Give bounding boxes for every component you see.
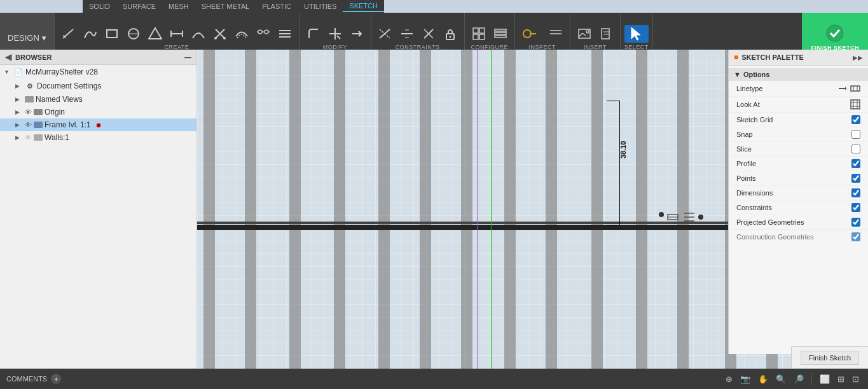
palette-options-header[interactable]: ▼ Options <box>729 68 868 81</box>
points-checkbox[interactable] <box>851 174 860 183</box>
palette-row-snap[interactable]: Snap <box>729 127 868 142</box>
green-axis-line <box>491 50 492 374</box>
svg-rect-31 <box>495 29 506 31</box>
linetype-icon-2 <box>850 83 860 94</box>
tab-mesh[interactable]: MESH <box>162 1 195 11</box>
tab-sheet-metal[interactable]: SHEET METAL <box>195 1 256 11</box>
view-fit-button[interactable]: 🔎 <box>791 373 806 385</box>
tab-sketch[interactable]: SKETCH <box>343 1 384 12</box>
browser-collapse-button[interactable]: — <box>184 53 191 61</box>
snap-checkbox[interactable] <box>851 130 860 139</box>
curvature-tool[interactable] <box>546 25 566 43</box>
browser-item-named-views[interactable]: ▶ Named Views <box>0 93 196 106</box>
projected-geometries-checkbox[interactable] <box>851 218 860 227</box>
polygon-tool[interactable] <box>145 25 165 43</box>
palette-collapse-button[interactable]: ▶▶ <box>853 54 863 61</box>
divider-1 <box>811 372 812 385</box>
svg-point-46 <box>827 25 843 41</box>
palette-row-projected-geometries[interactable]: Projected Geometries <box>729 215 868 230</box>
palette-row-points[interactable]: Points <box>729 171 868 186</box>
trim-modify-tool[interactable] <box>325 25 345 43</box>
fillet-tool[interactable] <box>303 25 324 43</box>
palette-row-linetype[interactable]: Linetype <box>729 81 868 97</box>
profile-checkbox[interactable] <box>851 159 860 168</box>
svg-rect-28 <box>479 28 485 33</box>
browser-walls-label: Walls:1 <box>45 133 69 142</box>
trim-tool[interactable] <box>210 25 230 43</box>
svg-point-26 <box>449 36 451 38</box>
svg-line-17 <box>337 36 340 39</box>
tab-surface[interactable]: SURFACE <box>116 1 162 11</box>
browser-item-walls[interactable]: ▶ 👁 Walls:1 <box>0 131 196 144</box>
palette-row-look-at[interactable]: Look At <box>729 97 868 113</box>
dimensions-checkbox[interactable] <box>851 188 860 197</box>
spline-tool[interactable] <box>80 25 100 43</box>
constraints-checkbox[interactable] <box>851 203 860 212</box>
slice-checkbox[interactable] <box>851 145 860 153</box>
insert-image-tool[interactable] <box>574 25 595 43</box>
line-tool[interactable] <box>59 25 79 43</box>
palette-row-slice[interactable]: Slice <box>729 142 868 157</box>
line-segment-tool[interactable] <box>167 25 187 43</box>
offset-tool[interactable] <box>231 25 252 43</box>
dimensions-label: Dimensions <box>736 189 773 197</box>
palette-row-profile[interactable]: Profile <box>729 157 868 171</box>
options-label: Options <box>743 71 770 78</box>
browser-header: ◀ BROWSER — <box>0 50 196 65</box>
linetype-icons <box>837 83 860 94</box>
view-viewport-button[interactable]: ⊡ <box>850 373 862 385</box>
construction-geometries-checkbox[interactable] <box>851 232 860 241</box>
view-grid-button[interactable]: ⊞ <box>835 373 847 385</box>
dim-top-cap <box>607 101 619 101</box>
palette-row-construction-geometries[interactable]: Construction Geometries <box>729 230 868 244</box>
dimension-text: 38.10 <box>619 141 627 159</box>
constraint-align-icon <box>682 209 697 225</box>
horizontal-tool[interactable] <box>397 25 417 43</box>
browser-item-document[interactable]: ▼ 📄 McMurrayShelter v28 <box>0 65 196 79</box>
tab-plastic[interactable]: PLASTIC <box>256 1 298 11</box>
points-label: Points <box>736 174 756 182</box>
palette-row-dimensions[interactable]: Dimensions <box>729 186 868 201</box>
view-pan-button[interactable]: ✋ <box>755 373 771 385</box>
palette-row-sketch-grid[interactable]: Sketch Grid <box>729 113 868 127</box>
browser-named-views-label: Named Views <box>36 95 83 104</box>
circle-tool[interactable] <box>123 25 144 43</box>
v-column-1 <box>203 50 215 374</box>
add-comment-button[interactable]: + <box>51 374 61 384</box>
comments-section[interactable]: COMMENTS + <box>6 374 61 384</box>
browser-item-frame[interactable]: ▶ 👁 Frame lvl. 1:1 ⏺ <box>0 118 196 131</box>
view-display-button[interactable]: ⬜ <box>817 373 832 385</box>
select-tool[interactable] <box>624 25 649 43</box>
finish-sketch-bottom-button[interactable]: Finish Sketch <box>801 351 859 365</box>
view-zoom-button[interactable]: 🔍 <box>773 373 789 385</box>
measure-tool[interactable] <box>519 25 544 43</box>
svg-marker-4 <box>149 28 162 39</box>
view-home-button[interactable]: ⊕ <box>723 373 735 385</box>
palette-row-constraints[interactable]: Constraints <box>729 201 868 215</box>
rectangle-tool[interactable] <box>102 25 122 43</box>
mirror-tool[interactable] <box>253 25 273 43</box>
constraint-move-icon <box>665 209 680 225</box>
svg-rect-54 <box>851 86 860 91</box>
v-column-11 <box>636 50 647 374</box>
sketch-grid-checkbox[interactable] <box>851 115 860 124</box>
parallel-tool[interactable] <box>275 25 295 43</box>
browser-item-origin[interactable]: ▶ 👁 Origin <box>0 106 196 118</box>
coincident-tool[interactable] <box>375 25 396 43</box>
tab-utilities[interactable]: UTILITIES <box>298 1 343 11</box>
sketch-options-tool[interactable] <box>490 25 511 43</box>
linetype-label: Linetype <box>736 85 763 92</box>
extend-tool[interactable] <box>347 25 367 43</box>
browser-item-doc-settings[interactable]: ▶ ⚙ Document Settings <box>0 79 196 93</box>
design-label: DESIGN <box>8 33 39 43</box>
lock-tool[interactable] <box>440 25 460 43</box>
arc-tool[interactable] <box>188 25 209 43</box>
grid-settings-tool[interactable] <box>469 25 489 43</box>
insert-dxf-tool[interactable] <box>596 25 616 43</box>
perpendicular-tool[interactable] <box>418 25 439 43</box>
sketch-palette-panel: ■ SKETCH PALETTE ▶▶ ▼ Options Linetype L… <box>728 50 868 354</box>
bottom-bar: COMMENTS + ⊕ 📷 ✋ 🔍 🔎 ⬜ ⊞ ⊡ <box>0 369 868 389</box>
tab-solid[interactable]: SOLID <box>83 1 116 11</box>
svg-point-10 <box>214 37 217 39</box>
view-camera-button[interactable]: 📷 <box>738 373 753 385</box>
